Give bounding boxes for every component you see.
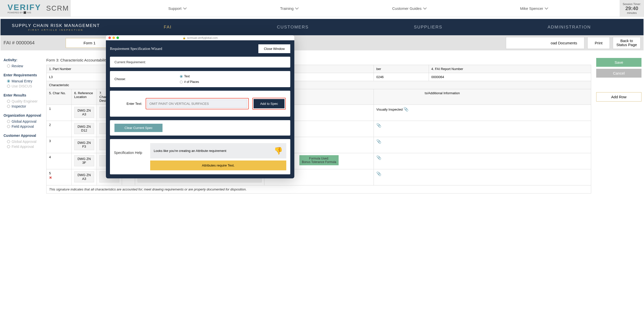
col-comments: Comments/Additional Informationts/Additi… — [374, 89, 591, 105]
close-icon[interactable] — [108, 37, 111, 39]
opt-manual-entry[interactable]: Manual Entry — [4, 79, 41, 84]
help-gray-text: Looks like you're creating an Attribute … — [154, 149, 226, 153]
ref-loc-cell — [72, 121, 97, 137]
opt-places[interactable]: # of Places — [180, 80, 199, 84]
ref-loc-cell — [72, 105, 97, 121]
nav-user[interactable]: Mike Spencer — [520, 6, 547, 11]
opt-discus[interactable]: Use DISCUS — [4, 84, 41, 89]
val-0246: 0246 — [374, 73, 429, 81]
minimize-icon[interactable] — [112, 37, 115, 39]
opt-global-approval[interactable]: Global Approval — [4, 119, 41, 124]
fai-num-value: 0000064 — [429, 73, 591, 81]
attach-cell: 📎 — [374, 153, 591, 169]
radio-icon — [180, 75, 183, 78]
attachment-icon[interactable]: 📎 — [376, 139, 381, 144]
tab-customers[interactable]: CUSTOMERS — [277, 25, 309, 30]
opt-review[interactable]: Review — [4, 63, 41, 69]
tab-fai[interactable]: FAI — [164, 25, 172, 30]
top-header: VERIFY POWERED BY ⬛ IVIS SCRM Support Tr… — [0, 0, 644, 17]
current-req-panel: Current Requirement: — [110, 57, 290, 68]
ref-loc-cell — [72, 137, 97, 153]
nav-menu: Support Training Customer Guides Mike Sp… — [71, 6, 620, 11]
modal-chrome: 🔒 scrmuat.verifyglobal.com — [106, 35, 294, 40]
visually-inspected: Visually Inspected — [376, 108, 403, 111]
attach-cell: 📎 — [374, 169, 591, 185]
ref-loc-input[interactable] — [74, 139, 94, 150]
attachment-icon[interactable]: 📎 — [404, 107, 409, 111]
nav-training[interactable]: Training — [280, 6, 298, 11]
attachment-icon[interactable]: 📎 — [376, 123, 381, 127]
radio-icon — [7, 105, 10, 108]
radio-icon — [7, 80, 10, 83]
save-button[interactable]: Save — [596, 58, 641, 67]
attach-cell: 📎 — [374, 121, 591, 137]
help-right: Looks like you're creating an Attribute … — [150, 143, 286, 170]
upload-docs-button[interactable]: Upload Documentsoad Documents — [506, 37, 585, 49]
radio-icon — [7, 100, 10, 103]
tab-suppliers[interactable]: SUPPLIERS — [414, 25, 442, 30]
radio-icon — [7, 140, 10, 143]
chevron-down-icon — [183, 6, 187, 10]
nav-training-label: Training — [280, 6, 294, 11]
dark-nav-subtitle: FIRST ARTICLE INSPECTION — [1, 29, 111, 31]
lock-icon: 🔒 — [183, 37, 186, 39]
attachment-icon[interactable]: 📎 — [376, 155, 381, 160]
attachment-icon[interactable]: 📎 — [376, 172, 381, 176]
opt-field-approval[interactable]: Field Approval — [4, 124, 41, 129]
nav-support[interactable]: Support — [168, 6, 186, 11]
opt-manual-label: Manual Entry — [12, 79, 32, 83]
row-num: 4 — [47, 153, 72, 169]
col-fai-report: 4. FAI Report Number — [429, 65, 591, 73]
add-spec-highlight: Add to Spec — [252, 98, 286, 110]
cancel-button[interactable]: Cancel — [596, 69, 641, 78]
opt-cust-field-label: Field Approval — [12, 145, 34, 149]
help-title: Specification Help — [114, 143, 147, 155]
nav-user-label: Mike Spencer — [520, 6, 543, 11]
nav-guides-label: Customer Guides — [392, 6, 422, 11]
opt-discus-label: Use DISCUS — [12, 84, 32, 88]
opt-inspector[interactable]: Inspector — [4, 104, 41, 109]
modal-title: Requirement Specification Wizard — [110, 47, 162, 51]
help-warning: Attributes require Text. — [150, 160, 286, 170]
current-req-input[interactable] — [149, 60, 286, 64]
nav-support-label: Support — [168, 6, 182, 11]
timer-label: Session Timer: — [623, 3, 641, 6]
ref-loc-input[interactable] — [74, 171, 94, 182]
print-button[interactable]: Print — [587, 37, 610, 49]
enter-text-input[interactable] — [147, 100, 247, 108]
opt-text[interactable]: Text — [180, 75, 199, 78]
dark-nav-tabs: FAI CUSTOMERS SUPPLIERS ADMINISTRATION — [111, 25, 643, 30]
nav-guides[interactable]: Customer Guides — [392, 6, 426, 11]
opt-cust-global[interactable]: Global Approval — [4, 139, 41, 144]
ref-loc-input[interactable] — [74, 155, 94, 166]
cust-approval-title: Customer Approval — [4, 134, 41, 138]
close-window-button[interactable]: Close Window — [258, 44, 290, 53]
radio-icon — [7, 125, 10, 128]
thumbs-down-icon[interactable]: 👎 — [274, 147, 283, 155]
modal-url: scrmuat.verifyglobal.com — [187, 36, 218, 39]
dark-nav-title: SUPPLY CHAIN RISK MANAGEMENT FIRST ARTIC… — [1, 23, 111, 31]
bonus-line1: Formula Used: — [309, 157, 329, 160]
tab-administration[interactable]: ADMINISTRATION — [548, 25, 591, 30]
col-ber: ber — [374, 65, 429, 73]
opt-quality-eng[interactable]: Quality Engineer — [4, 99, 41, 104]
fai-number: FAI # 0000064 — [4, 40, 63, 46]
ref-loc-cell — [72, 153, 97, 169]
opt-global-label: Global Approval — [12, 119, 36, 123]
dark-nav-title-text: SUPPLY CHAIN RISK MANAGEMENT — [12, 23, 100, 28]
add-to-spec-button[interactable]: Add to Spec — [254, 99, 285, 108]
row-num: 5✖ — [47, 169, 72, 185]
opt-cust-field[interactable]: Field Approval — [4, 144, 41, 149]
logo: VERIFY — [8, 3, 41, 12]
delete-icon[interactable]: ✖ — [49, 176, 69, 180]
opt-places-label: # of Places — [184, 80, 199, 84]
comments-cell: Visually Inspected 📎 — [374, 105, 591, 121]
maximize-icon[interactable] — [116, 37, 119, 39]
back-button[interactable]: Back to Status Page — [613, 37, 640, 49]
ref-loc-input[interactable] — [74, 107, 94, 118]
chevron-down-icon — [295, 6, 299, 10]
add-row-button[interactable]: Add Row — [596, 92, 641, 102]
window-controls — [108, 37, 119, 39]
clear-spec-button[interactable]: Clear Current Spec — [114, 124, 163, 132]
ref-loc-input[interactable] — [74, 123, 94, 134]
